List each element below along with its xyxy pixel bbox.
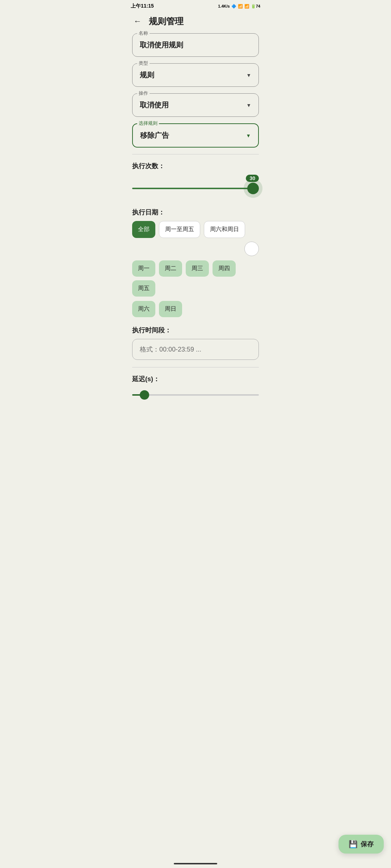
day-btn-thu[interactable]: 周四 [213, 260, 236, 277]
rule-label: 选择规则 [137, 120, 159, 127]
day-btn-tue[interactable]: 周二 [159, 260, 182, 277]
chevron-down-icon: ▼ [246, 72, 251, 78]
name-value: 取消使用规则 [140, 40, 183, 50]
day-section: 执行日期： 全部 周一至周五 周六和周日 周一 周二 周三 周四 周五 周六 周… [132, 208, 259, 317]
status-bar: 上午11:15 1.4K/s 🔷 📶 📶 🔋74 [125, 0, 266, 11]
day-btn-mon[interactable]: 周一 [132, 260, 155, 277]
day-btn-wed[interactable]: 周三 [186, 260, 209, 277]
action-field-group: 操作 取消使用 ▼ [132, 93, 259, 117]
bluetooth-icon: 🔷 [231, 4, 236, 9]
page-title: 规则管理 [149, 16, 184, 27]
day-row-3: 周六 周日 [132, 301, 259, 317]
slider-value-badge: 30 [246, 175, 259, 182]
divider-1 [132, 154, 259, 154]
delay-slider[interactable] [132, 394, 259, 396]
chevron-down-icon: ▼ [246, 102, 251, 108]
type-field-group: 类型 规则 ▼ [132, 63, 259, 87]
name-field-group: 名称 取消使用规则 [132, 33, 259, 57]
execution-count-section: 执行次数： 30 [132, 162, 259, 199]
wifi-icon: 📶 [244, 4, 249, 9]
rule-field-group: 选择规则 移除广告 ▼ [132, 123, 259, 148]
status-icons: 1.4K/s 🔷 📶 📶 🔋74 [218, 4, 260, 9]
action-value: 取消使用 [140, 100, 169, 110]
day-btn-weekdays[interactable]: 周一至周五 [159, 221, 200, 238]
slider-container[interactable]: 30 [132, 178, 259, 199]
name-label: 名称 [137, 30, 150, 37]
time-label: 执行时间段： [132, 326, 259, 335]
rule-select[interactable]: 移除广告 ▼ [132, 123, 259, 148]
network-speed: 1.4K/s [218, 4, 230, 8]
day-btn-all[interactable]: 全部 [132, 221, 155, 238]
divider-2 [132, 367, 259, 367]
execution-slider[interactable] [132, 188, 259, 189]
name-input[interactable]: 取消使用规则 [132, 33, 259, 57]
delay-section: 延迟(s)： [132, 375, 259, 402]
type-value: 规则 [140, 70, 154, 80]
day-btn-sun[interactable]: 周日 [159, 301, 182, 317]
delay-label: 延迟(s)： [132, 375, 259, 383]
chevron-down-icon: ▼ [246, 133, 251, 139]
day-btn-fri[interactable]: 周五 [132, 280, 155, 297]
day-label: 执行日期： [132, 208, 259, 217]
delay-slider-container[interactable] [132, 388, 259, 402]
battery-icon: 🔋74 [251, 4, 260, 9]
rule-value: 移除广告 [140, 131, 169, 140]
back-button[interactable]: ← [132, 15, 143, 27]
type-label: 类型 [137, 60, 150, 67]
radio-button[interactable] [244, 242, 259, 256]
slider-label: 执行次数： [132, 162, 165, 170]
type-select[interactable]: 规则 ▼ [132, 63, 259, 87]
day-btn-sat[interactable]: 周六 [132, 301, 155, 317]
time-input[interactable]: 格式：00:00-23:59 ... [132, 339, 259, 360]
day-btn-weekend[interactable]: 周六和周日 [204, 221, 245, 238]
time-placeholder: 格式：00:00-23:59 ... [140, 346, 201, 353]
day-row-1: 全部 周一至周五 周六和周日 [132, 221, 259, 256]
time-section: 执行时间段： 格式：00:00-23:59 ... [132, 326, 259, 360]
day-row-2: 周一 周二 周三 周四 周五 [132, 260, 259, 297]
content-area: 名称 取消使用规则 类型 规则 ▼ 操作 取消使用 ▼ 选择规则 移除广告 ▼ … [125, 33, 266, 453]
signal-icon: 📶 [238, 4, 243, 9]
status-time: 上午11:15 [131, 3, 154, 9]
action-select[interactable]: 取消使用 ▼ [132, 93, 259, 117]
action-label: 操作 [137, 90, 150, 97]
bottom-nav-indicator [174, 863, 217, 864]
